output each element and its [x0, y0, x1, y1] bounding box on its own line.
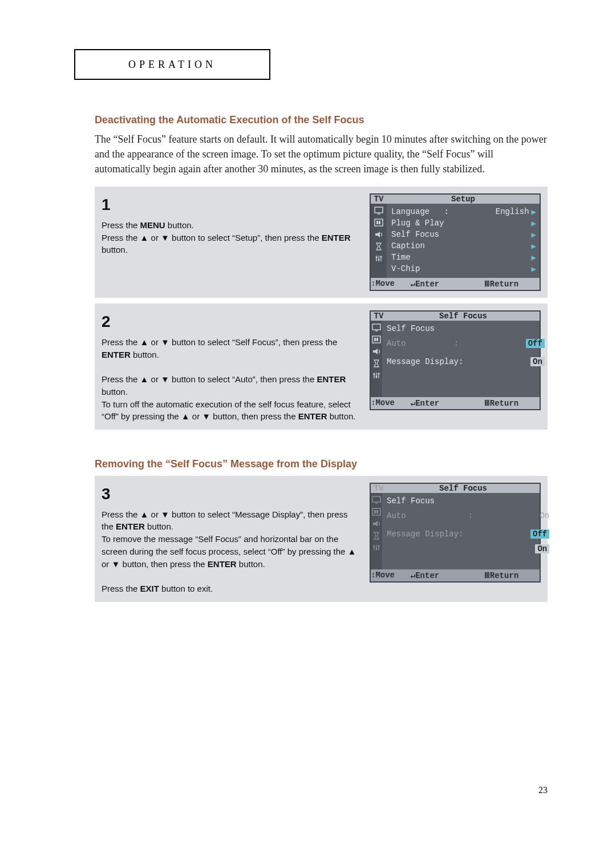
down-arrow-icon: ▼: [161, 374, 169, 384]
osd-row-language[interactable]: Language : English ▶: [391, 206, 536, 217]
osd-row-plugplay[interactable]: Plug & Play▶: [391, 217, 536, 229]
svg-marker-31: [373, 521, 378, 527]
text: Press the: [102, 233, 140, 242]
osd-row-self[interactable]: Self Focus: [387, 495, 549, 507]
text: button.: [145, 521, 173, 531]
svg-point-10: [378, 259, 379, 261]
text: button to select “Auto”, then press the: [169, 374, 317, 384]
text: button.: [102, 245, 128, 254]
osd-label: Message Display: [387, 357, 459, 366]
enter-label: ENTER: [208, 559, 237, 569]
osd-tv-badge: TV: [371, 312, 387, 321]
enter-label: ENTER: [102, 350, 131, 359]
osd-row-msg[interactable]: Message Display : On: [387, 353, 545, 371]
step-1-panel: 1 Press the MENU button. Press the ▲ or …: [95, 187, 548, 298]
step-1-text: 1 Press the MENU button. Press the ▲ or …: [102, 193, 359, 291]
text: button.: [102, 387, 128, 397]
tv-icon[interactable]: [371, 322, 382, 333]
timer-icon[interactable]: [371, 531, 382, 541]
svg-rect-4: [379, 221, 380, 224]
osd-row-auto[interactable]: Auto : On: [387, 507, 549, 525]
down-arrow-icon: ▼: [161, 233, 169, 242]
menu-icon: Ⅲ: [484, 399, 490, 408]
svg-rect-16: [374, 338, 376, 341]
osd-hint: Enter: [415, 571, 439, 580]
osd-label: Self Focus: [387, 324, 545, 333]
text: Press the: [102, 220, 140, 230]
colon: :: [459, 357, 463, 366]
setup-icon[interactable]: [371, 543, 382, 553]
up-arrow-icon: ▲: [140, 337, 149, 347]
osd-row-time[interactable]: Time▶: [391, 252, 536, 263]
osd-title: Self Focus: [387, 312, 540, 321]
osd-row-caption[interactable]: Caption▶: [391, 240, 536, 252]
text: or: [148, 337, 161, 347]
section-tab-label: OPERATION: [128, 59, 216, 71]
step-number: 3: [102, 483, 359, 506]
menu-label: MENU: [140, 220, 165, 230]
svg-point-21: [373, 374, 375, 375]
svg-point-23: [375, 376, 377, 378]
up-arrow-icon: ▲: [140, 374, 149, 384]
picture-icon[interactable]: [371, 334, 382, 345]
osd-selffocus-2: TV Self Focus Self Focus Auto: [370, 483, 541, 595]
tv-icon[interactable]: [373, 205, 384, 216]
enter-label: ENTER: [322, 233, 351, 242]
step-1-body: Press the MENU button. Press the ▲ or ▼ …: [102, 219, 359, 256]
svg-rect-17: [376, 338, 378, 341]
svg-marker-19: [374, 360, 379, 367]
text: button, then press the: [210, 411, 298, 421]
osd-row-auto[interactable]: Auto : Off: [387, 334, 545, 353]
osd-row-opt-on[interactable]: On: [387, 543, 549, 555]
chevron-right-icon: ▶: [532, 219, 536, 228]
menu-icon: Ⅲ: [484, 571, 490, 580]
tv-icon[interactable]: [371, 495, 382, 505]
osd-footer: ↕Move ↵Enter ⅢReturn: [371, 278, 540, 290]
manual-page: OPERATION Deactivating the Automatic Exe…: [0, 0, 616, 841]
svg-point-12: [380, 256, 382, 258]
section-intro: The “Self Focus” feature starts on defau…: [95, 132, 548, 176]
down-arrow-icon: ▼: [161, 510, 169, 519]
osd-category-icons: [371, 493, 382, 569]
sound-icon[interactable]: [371, 519, 382, 529]
section-tab: OPERATION: [74, 49, 270, 80]
setup-icon[interactable]: [371, 370, 382, 381]
svg-marker-6: [376, 243, 381, 250]
timer-icon[interactable]: [373, 241, 384, 252]
osd-row-selffocus[interactable]: Self Focus▶: [391, 229, 536, 240]
page-number: 23: [538, 785, 548, 795]
osd-footer: ↕Move ↵Enter ⅢReturn: [371, 569, 540, 581]
osd-value: English: [493, 207, 532, 216]
sound-icon[interactable]: [371, 346, 382, 357]
svg-marker-5: [375, 232, 380, 237]
osd-row-self[interactable]: Self Focus: [387, 323, 545, 334]
sound-icon[interactable]: [373, 229, 384, 240]
exit-label: EXIT: [140, 584, 159, 593]
osd-row-vchip[interactable]: V-Chip▶: [391, 263, 536, 274]
text: button to select “Setup”, then press the: [169, 233, 322, 242]
picture-icon[interactable]: [371, 507, 382, 517]
osd-value: On: [540, 511, 549, 520]
svg-rect-13: [372, 324, 380, 330]
text: Press the: [102, 584, 140, 593]
enter-icon: ↵: [411, 280, 415, 289]
osd-title: Self Focus: [387, 484, 540, 493]
step-number: 1: [102, 193, 359, 217]
picture-icon[interactable]: [373, 217, 384, 228]
osd-option-on[interactable]: On: [535, 544, 549, 553]
osd-hint: Return: [490, 571, 518, 580]
svg-rect-26: [372, 496, 380, 502]
svg-marker-32: [374, 532, 379, 539]
step-2-text: 2 Press the ▲ or ▼ button to select “Sel…: [102, 310, 359, 423]
up-arrow-icon: ▲: [348, 547, 356, 556]
svg-rect-0: [375, 207, 383, 213]
osd-option-off[interactable]: Off: [530, 529, 549, 539]
setup-icon[interactable]: [373, 253, 384, 264]
osd-label: Self Focus: [391, 230, 532, 239]
enter-label: ENTER: [317, 374, 346, 384]
osd-row-msg[interactable]: Message Display : Off: [387, 525, 549, 543]
timer-icon[interactable]: [371, 358, 382, 369]
osd-category-icons: [371, 204, 387, 278]
down-arrow-icon: ▼: [112, 559, 120, 569]
osd-hint: Enter: [415, 399, 439, 408]
